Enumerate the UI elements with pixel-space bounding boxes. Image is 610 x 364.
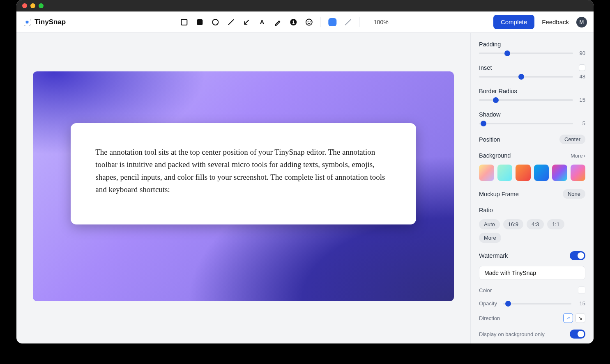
watermark-opacity-label: Opacity (479, 300, 497, 307)
svg-text:1: 1 (292, 20, 295, 25)
border-radius-control: Border Radius 15 (479, 88, 585, 103)
window-maximize-button[interactable] (39, 3, 44, 8)
window-minimize-button[interactable] (30, 3, 35, 8)
inset-control: Inset 48 (479, 64, 585, 80)
watermark-label: Watermark (479, 252, 508, 259)
background-label: Background (479, 152, 511, 159)
bg-swatch-3[interactable] (516, 165, 531, 181)
watermark-opacity-slider[interactable] (503, 303, 571, 304)
pencil-tool-icon[interactable] (274, 18, 282, 26)
toolbar-separator (320, 17, 321, 27)
canvas-area: The annotation tool sits at the top cent… (16, 33, 470, 343)
app-logo-icon (23, 18, 31, 26)
line-tool-icon[interactable] (227, 18, 235, 26)
shadow-slider[interactable] (479, 123, 573, 124)
shadow-value: 5 (577, 120, 585, 126)
app-window: TinySnap A 1 (16, 0, 594, 343)
filled-rectangle-tool-icon[interactable] (196, 18, 204, 26)
background-more[interactable]: More › (571, 153, 585, 159)
position-label: Position (479, 136, 500, 143)
watermark-control: Watermark Color Opacity 15 Direction (479, 251, 585, 339)
inset-label: Inset (479, 64, 492, 71)
svg-line-4 (228, 20, 233, 25)
inset-checkbox[interactable] (579, 64, 585, 71)
ratio-4-3[interactable]: 4:3 (527, 219, 544, 229)
content-card: The annotation tool sits at the top cent… (71, 123, 416, 225)
emoji-tool-icon[interactable] (305, 18, 313, 26)
watermark-color-swatch[interactable] (578, 286, 585, 294)
titlebar (16, 0, 594, 11)
stroke-preview[interactable] (344, 22, 352, 23)
position-control: Position Center (479, 135, 585, 144)
display-bg-only-toggle[interactable] (570, 330, 585, 339)
bg-swatch-2[interactable] (497, 165, 513, 181)
toolbar-separator (359, 17, 360, 27)
display-bg-only-label: Display on background only (479, 331, 545, 337)
toolbar-right: Complete Feedback M (493, 15, 587, 29)
padding-label: Padding (479, 41, 585, 48)
border-radius-slider[interactable] (479, 99, 573, 101)
svg-rect-1 (181, 19, 187, 25)
watermark-toggle[interactable] (570, 251, 585, 260)
ratio-16-9[interactable]: 16:9 (503, 219, 523, 229)
content-text: The annotation tool sits at the top cent… (95, 146, 391, 196)
brand: TinySnap (23, 18, 66, 26)
shadow-control: Shadow 5 (479, 111, 585, 126)
avatar-initial: M (580, 19, 584, 25)
bg-swatch-6[interactable] (571, 165, 586, 181)
bg-swatch-5[interactable] (552, 165, 567, 181)
avatar[interactable]: M (576, 17, 587, 27)
border-radius-value: 15 (577, 97, 585, 103)
bg-swatch-1[interactable] (479, 165, 494, 181)
svg-point-8 (306, 19, 312, 25)
watermark-opacity-value: 15 (577, 300, 585, 307)
bg-swatch-4[interactable] (534, 165, 549, 181)
mockup-frame-label: Mockup Frame (479, 191, 519, 197)
toolbar: TinySnap A 1 (16, 11, 594, 33)
sidebar: Padding 90 Inset 48 (470, 33, 594, 343)
annotation-tools: A 1 100% (180, 17, 389, 27)
svg-point-9 (307, 21, 308, 22)
svg-line-5 (244, 20, 249, 24)
number-tool-icon[interactable]: 1 (289, 18, 297, 26)
mockup-frame-control: Mockup Frame None (479, 189, 585, 199)
svg-rect-0 (26, 21, 29, 23)
app-name: TinySnap (35, 18, 66, 26)
ratio-control: Ratio Auto 16:9 4:3 1:1 More (479, 207, 585, 243)
canvas-frame[interactable]: The annotation tool sits at the top cent… (33, 71, 454, 301)
direction-up-right[interactable]: ↗ (563, 313, 573, 323)
fill-color-swatch[interactable] (328, 18, 336, 26)
border-radius-label: Border Radius (479, 88, 585, 94)
window-close-button[interactable] (22, 3, 27, 8)
watermark-direction-label: Direction (479, 315, 500, 321)
ratio-more[interactable]: More (479, 233, 501, 243)
padding-value: 90 (577, 50, 585, 56)
inset-value: 48 (577, 73, 585, 80)
complete-button[interactable]: Complete (493, 15, 534, 29)
rectangle-tool-icon[interactable] (180, 18, 188, 26)
padding-control: Padding 90 (479, 41, 585, 56)
feedback-link[interactable]: Feedback (542, 18, 569, 25)
svg-rect-2 (197, 19, 203, 25)
background-control: Background More › (479, 152, 585, 181)
ratio-1-1[interactable]: 1:1 (547, 219, 564, 229)
direction-down-right[interactable]: ↘ (575, 313, 585, 323)
arrow-tool-icon[interactable] (242, 18, 251, 26)
position-value[interactable]: Center (559, 135, 585, 144)
svg-point-10 (309, 21, 310, 22)
shadow-label: Shadow (479, 111, 585, 118)
watermark-color-label: Color (479, 287, 492, 293)
text-tool-icon[interactable]: A (258, 18, 266, 26)
ratio-auto[interactable]: Auto (479, 219, 500, 229)
chevron-right-icon: › (584, 153, 585, 159)
padding-slider[interactable] (479, 53, 573, 54)
mockup-frame-value[interactable]: None (563, 189, 585, 199)
svg-point-3 (212, 19, 218, 25)
inset-slider[interactable] (479, 76, 573, 78)
zoom-level[interactable]: 100% (374, 19, 389, 25)
circle-tool-icon[interactable] (211, 18, 219, 26)
watermark-text-input[interactable] (479, 266, 585, 280)
ratio-label: Ratio (479, 207, 585, 213)
